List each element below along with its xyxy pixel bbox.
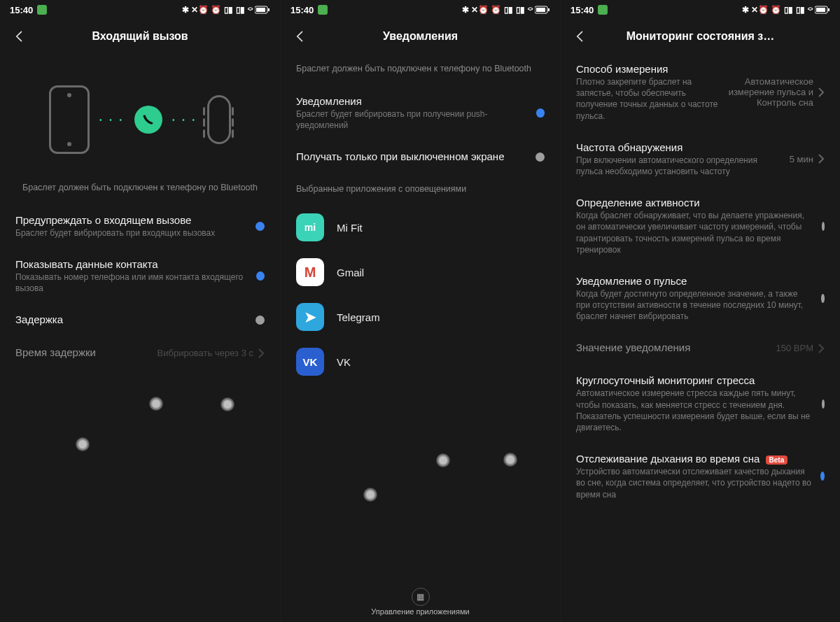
beta-badge: Beta	[766, 455, 788, 465]
row-measurement-method[interactable]: Способ измерения Плотно закрепите брасле…	[561, 53, 840, 132]
svg-rect-1	[256, 8, 265, 12]
row-sub: Автоматическое измерение стресса каждые …	[576, 388, 815, 433]
chevron-right-icon	[258, 348, 265, 358]
app-icon: VK	[296, 348, 324, 376]
decorative-dot	[149, 397, 163, 411]
svg-rect-7	[816, 8, 825, 12]
status-indicator-icon	[37, 5, 47, 15]
decorative-dot	[503, 453, 517, 467]
chevron-right-icon	[818, 344, 825, 353]
row-title: Значение уведомления	[576, 341, 769, 353]
status-time: 15:40	[10, 5, 33, 15]
toggle-icon[interactable]	[536, 153, 545, 162]
row-sleep-breathing[interactable]: Отслеживание дыхания во время сна Beta У…	[561, 443, 840, 510]
row-title: Способ измерения	[576, 63, 720, 75]
titlebar: Входящий вызов	[0, 20, 280, 53]
call-icon	[134, 106, 162, 134]
notice-text: Браслет должен быть подключен к телефону…	[0, 172, 280, 204]
screen-incoming-call: 15:40 ✱✕⏰⏰▯▮▯▮⌔ Входящий вызов • • • • •…	[0, 0, 280, 622]
svg-rect-5	[548, 8, 550, 11]
toggle-icon[interactable]	[821, 294, 825, 303]
decorative-dot	[363, 488, 377, 502]
row-sub: Браслет будет вибрировать при получении …	[296, 108, 529, 131]
page-title: Входящий вызов	[0, 30, 280, 43]
toggle-icon[interactable]	[822, 222, 825, 231]
phone-icon	[49, 85, 90, 154]
row-value: Автоматическое измерение пульса и Контро…	[727, 76, 813, 108]
row-value: Вибрировать через 3 с	[158, 348, 253, 358]
back-icon[interactable]	[13, 29, 27, 43]
manage-apps-label: Управление приложениями	[371, 607, 469, 616]
row-alert-value[interactable]: Значение уведомления 150 BPM	[561, 332, 840, 365]
row-notifications[interactable]: Уведомления Браслет будет вибрировать пр…	[281, 85, 560, 141]
back-icon[interactable]	[573, 29, 587, 43]
screen-health-monitoring: 15:40 ✱✕⏰⏰▯▮▯▮⌔ Мониторинг состояния з… …	[560, 0, 840, 622]
row-show-contact[interactable]: Показывать данные контакта Показывать но…	[0, 248, 280, 304]
band-icon	[207, 95, 231, 144]
app-icon: mi	[296, 213, 324, 241]
toggle-icon[interactable]	[536, 108, 545, 118]
section-header: Выбранные приложения с оповещениями	[281, 174, 560, 206]
row-only-screen-off[interactable]: Получать только при выключенном экране	[281, 141, 560, 174]
toggle-icon[interactable]	[256, 271, 265, 281]
status-indicator-icon	[318, 5, 328, 15]
status-time: 15:40	[570, 5, 594, 15]
row-sub: При включении автоматического определени…	[576, 155, 783, 177]
row-title: Отслеживание дыхания во время сна Beta	[576, 453, 813, 465]
app-row-vk[interactable]: VK VK	[281, 339, 560, 384]
chevron-right-icon	[818, 154, 825, 164]
status-bar: 15:40 ✱✕⏰⏰▯▮▯▮⌔	[281, 0, 560, 20]
toggle-icon[interactable]	[255, 316, 265, 325]
notice-text: Браслет должен быть подключен к телефону…	[281, 53, 560, 85]
status-icons: ✱✕⏰⏰▯▮▯▮⌔	[182, 5, 271, 15]
row-title: Частота обнаружения	[576, 141, 783, 153]
manage-apps-button[interactable]: ▦ Управление приложениями	[281, 581, 560, 622]
app-icon: M	[296, 258, 324, 286]
titlebar: Мониторинг состояния з…	[561, 20, 840, 53]
titlebar: Уведомления	[281, 20, 560, 53]
svg-rect-2	[268, 8, 270, 11]
app-name: Mi Fit	[337, 222, 363, 234]
page-title: Мониторинг состояния з…	[561, 30, 840, 43]
app-row-telegram[interactable]: ➤ Telegram	[281, 295, 560, 339]
row-sub: Плотно закрепите браслет на запястье, чт…	[576, 76, 720, 122]
row-alert-incoming[interactable]: Предупреждать о входящем вызове Браслет …	[0, 204, 280, 248]
status-icons: ✱✕⏰⏰▯▮▯▮⌔	[742, 5, 831, 15]
dots-icon: • • •	[172, 116, 197, 124]
status-indicator-icon	[598, 5, 608, 15]
row-activity-detection[interactable]: Определение активности Когда браслет обн…	[561, 187, 840, 265]
row-sub: Браслет будет вибрировать при входящих в…	[15, 227, 248, 239]
grid-icon: ▦	[412, 588, 430, 606]
row-title: Круглосуточный мониторинг стресса	[576, 374, 815, 386]
app-name: VK	[337, 356, 351, 368]
row-sub: Когда будет достигнуто определенное знач…	[576, 288, 814, 323]
row-heart-rate-alert[interactable]: Уведомление о пульсе Когда будет достигн…	[561, 265, 840, 332]
row-title: Уведомление о пульсе	[576, 275, 814, 287]
app-icon: ➤	[296, 303, 324, 331]
chevron-right-icon	[818, 87, 825, 97]
row-delay-time[interactable]: Время задержки Вибрировать через 3 с	[0, 337, 280, 369]
status-bar: 15:40 ✱✕⏰⏰▯▮▯▮⌔	[561, 0, 840, 20]
row-delay[interactable]: Задержка	[0, 304, 280, 337]
row-title: Определение активности	[576, 197, 815, 208]
status-icons: ✱✕⏰⏰▯▮▯▮⌔	[462, 5, 551, 15]
toggle-icon[interactable]	[820, 472, 825, 481]
row-title: Время задержки	[15, 346, 150, 358]
row-sub: Когда браслет обнаруживает, что вы делае…	[576, 210, 815, 255]
toggle-icon[interactable]	[822, 400, 825, 409]
status-bar: 15:40 ✱✕⏰⏰▯▮▯▮⌔	[0, 0, 280, 20]
row-stress-monitoring[interactable]: Круглосуточный мониторинг стресса Автома…	[561, 365, 840, 443]
app-row-gmail[interactable]: M Gmail	[281, 250, 560, 295]
decorative-dot	[220, 397, 234, 411]
back-icon[interactable]	[293, 29, 307, 43]
row-value: 5 мин	[790, 154, 813, 164]
row-sub: Устройство автоматически отслеживает кач…	[576, 466, 813, 500]
row-detection-frequency[interactable]: Частота обнаружения При включении автома…	[561, 132, 840, 187]
app-row-mifit[interactable]: mi Mi Fit	[281, 205, 560, 250]
row-sub: Показывать номер телефона или имя контак…	[15, 271, 249, 294]
toggle-icon[interactable]	[255, 222, 265, 231]
call-illustration: • • • • • •	[0, 67, 280, 172]
svg-rect-8	[828, 8, 830, 11]
app-name: Telegram	[337, 311, 380, 323]
row-title: Предупреждать о входящем вызове	[15, 214, 248, 226]
